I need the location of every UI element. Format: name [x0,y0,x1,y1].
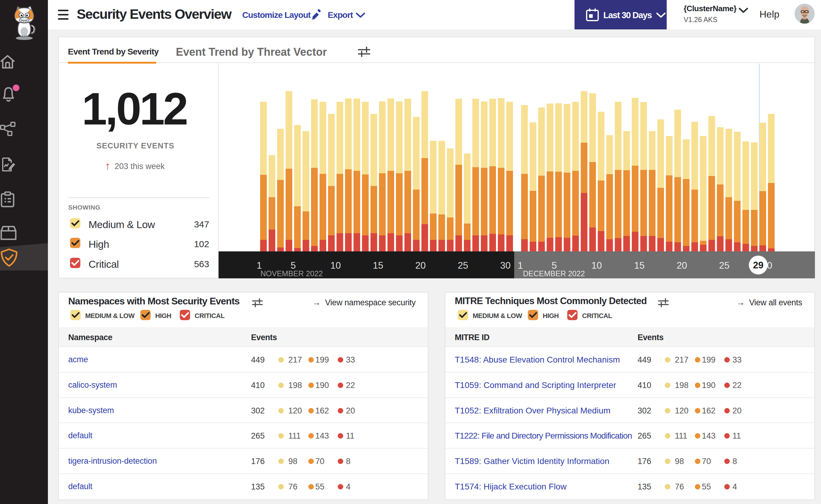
svg-text:29: 29 [753,260,763,270]
svg-text:NOVEMBER 2022: NOVEMBER 2022 [261,269,323,278]
svg-text:20: 20 [677,260,687,271]
svg-text:10: 10 [591,260,602,271]
svg-text:30: 30 [500,260,510,271]
svg-text:25: 25 [458,260,468,271]
svg-text:15: 15 [634,260,645,271]
svg-text:15: 15 [373,260,383,271]
svg-text:10: 10 [331,260,341,271]
svg-text:20: 20 [415,260,426,271]
svg-text:25: 25 [719,260,730,271]
svg-text:1: 1 [517,260,523,271]
svg-text:DECEMBER 2022: DECEMBER 2022 [523,269,585,278]
